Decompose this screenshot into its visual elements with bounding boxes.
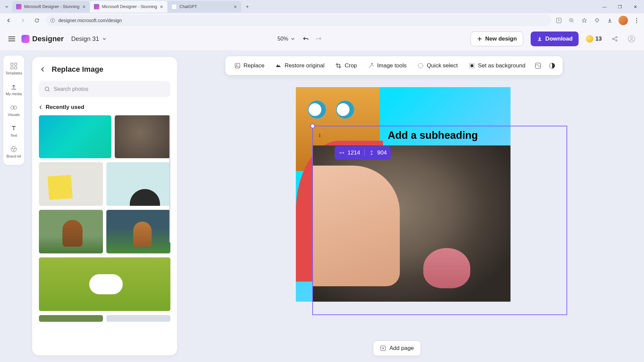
browser-tab-2[interactable]: Microsoft Designer - Stunning ✕ [90,1,168,12]
dim-height: 904 [377,149,387,156]
svg-rect-14 [14,63,17,65]
close-icon[interactable]: ✕ [160,4,163,9]
dimension-badge: 1214 904 [335,146,391,160]
credits-count[interactable]: 13 [586,35,602,43]
credits-value: 13 [595,36,602,42]
panel-back-button[interactable] [39,66,46,73]
sidebar-item-text[interactable]: Text [3,121,24,141]
add-page-button[interactable]: Add page [373,341,421,356]
profile-avatar[interactable] [619,16,628,25]
svg-rect-16 [14,67,17,69]
extensions-icon[interactable] [593,16,601,24]
design-title-text: Design 31 [71,35,99,43]
thumbnail-item[interactable] [39,115,111,158]
svg-rect-15 [11,67,13,69]
app-name: Designer [32,35,64,43]
replace-icon [234,62,241,69]
svg-point-8 [612,38,614,40]
toolbar-color[interactable] [532,58,544,73]
undo-button[interactable] [302,35,310,43]
toolbar-contrast[interactable] [546,58,558,73]
close-icon[interactable]: ✕ [82,4,86,9]
maximize-button[interactable]: ❐ [612,1,627,12]
panel-title: Replace Image [52,65,103,74]
thumbnail-item[interactable] [39,315,103,322]
svg-point-12 [631,37,633,39]
redo-button[interactable] [315,35,322,43]
tab-search-dropdown[interactable] [3,3,10,10]
forward-button[interactable] [17,15,28,26]
thumbnail-item[interactable] [106,210,170,253]
restore-icon [275,62,282,69]
search-input[interactable]: Search photos [39,81,170,97]
svg-rect-29 [535,63,541,68]
panel-card: Replace Image Search photos Recently use… [32,57,177,355]
zoom-icon[interactable] [568,16,576,24]
close-window-button[interactable]: ✕ [628,1,643,12]
install-app-icon[interactable] [555,16,563,24]
new-design-label: New design [485,36,517,42]
toolbar-restore[interactable]: Restore original [270,58,329,73]
share-button[interactable] [608,33,621,45]
chrome-menu-icon[interactable] [633,16,641,24]
downloads-icon[interactable] [606,16,614,24]
sidebar-label: Text [10,133,17,137]
text-icon [10,125,17,132]
thumbnail-item[interactable] [39,257,170,311]
recently-used-toggle[interactable]: Recently used [39,104,170,111]
panel-scrollbar[interactable] [169,115,170,243]
menu-button[interactable] [6,33,17,45]
canvas-area[interactable]: Replace Restore original Crop Image tool… [182,50,644,362]
thumbnail-item[interactable] [39,210,103,253]
download-button[interactable]: Download [531,32,579,46]
account-button[interactable] [625,33,638,45]
add-page-label: Add page [389,345,414,352]
cutout-icon [534,62,542,69]
logo-icon [21,35,30,43]
thumbnail-item[interactable] [39,162,103,206]
browser-tab-1[interactable]: Microsoft Designer - Stunning ✕ [12,1,90,12]
add-page-icon [380,345,386,351]
favicon-icon [171,4,177,9]
sidebar-item-visuals[interactable]: Visuals [3,100,24,121]
toolbar-crop[interactable]: Crop [330,58,362,73]
upload-icon [10,83,17,90]
resize-handle-nw[interactable] [310,124,315,128]
address-bar[interactable]: designer.microsoft.com/design [46,15,551,26]
window-controls: — ❐ ✕ [597,1,644,12]
sidebar-item-brandkit[interactable]: Brand kit [3,141,24,162]
toolbar-set-background[interactable]: Set as background [464,58,530,73]
toolbar-quick-select[interactable]: Quick select [413,58,463,73]
close-icon[interactable]: ✕ [233,4,237,9]
new-tab-button[interactable]: + [243,2,252,11]
app-logo[interactable]: Designer [21,35,64,43]
search-icon [44,86,50,92]
svg-point-20 [12,148,13,149]
zoom-dropdown[interactable]: 50% [277,36,295,42]
sidebar-item-templates[interactable]: Templates [3,58,24,79]
sidebar-item-mymedia[interactable]: My media [3,79,24,100]
address-row: designer.microsoft.com/design [0,13,644,27]
back-button[interactable] [3,15,14,26]
tab-title: Microsoft Designer - Stunning [102,4,157,9]
toolbar-image-tools[interactable]: Image tools [363,58,411,73]
design-title-dropdown[interactable]: Design 31 [71,35,106,43]
toolbar-label: Restore original [284,62,324,69]
reload-button[interactable] [32,15,42,26]
minimize-button[interactable]: — [597,1,612,12]
thumbnail-item[interactable] [106,315,170,322]
thumbnail-item[interactable] [106,162,170,206]
download-label: Download [545,36,573,42]
chevron-left-icon [39,105,42,110]
visuals-icon [10,104,17,111]
thumbnail-item[interactable] [115,115,170,158]
toolbar-label: Set as background [478,62,526,69]
toolbar-replace[interactable]: Replace [229,58,269,73]
site-info-icon[interactable] [50,18,55,23]
svg-rect-2 [52,20,53,21]
new-design-button[interactable]: New design [471,32,523,46]
bookmark-icon[interactable] [580,16,588,24]
recent-label: Recently used [46,104,84,111]
browser-tab-3[interactable]: ChatGPT ✕ [167,1,241,12]
favicon-icon [16,4,21,9]
